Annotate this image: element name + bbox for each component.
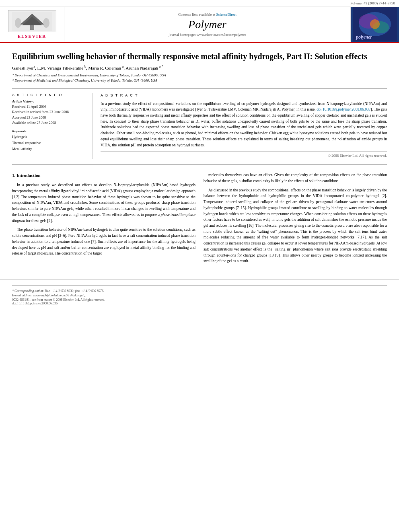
main-content: Equilibrium swelling behavior of thermal… — [0, 43, 399, 275]
corresponding-author: * Corresponding author. Tel.: +1 419 530… — [12, 289, 387, 293]
article-number-bar: Polymer 49 (2008) 3744–3750 — [0, 0, 399, 7]
keywords-list: Hydrogels Thermal responsive Metal affin… — [12, 134, 86, 152]
affiliations: ᵃ Department of Chemical and Environment… — [12, 73, 387, 84]
affiliation-a: ᵃ Department of Chemical and Environment… — [12, 73, 387, 78]
article-title: Equilibrium swelling behavior of thermal… — [12, 51, 387, 62]
body-two-col: 1. Introduction In a previous study we d… — [12, 172, 387, 267]
intro-para-1: In a previous study we described our eff… — [12, 182, 195, 224]
article-history: Article history: Received 11 April 2008 … — [12, 99, 86, 126]
intro-heading: 1. Introduction — [12, 172, 195, 179]
email-line: E-mail address: nadarajah@utoledo.edu (A… — [12, 294, 387, 297]
volume-issue: Polymer 49 (2008) 3744–3750 — [350, 1, 395, 5]
journal-name: Polymer — [188, 18, 226, 31]
contents-line: Contents lists available at ScienceDirec… — [178, 12, 237, 16]
authors-line: Ganesh Iyera, L.M. Viranga Tillekeratne … — [12, 65, 387, 70]
right-para-2: As discussed in the previous study the c… — [204, 187, 387, 264]
copyright-line: © 2008 Elsevier Ltd. All rights reserved… — [101, 151, 387, 159]
sciencedirect-link[interactable]: ScienceDirect — [216, 12, 237, 16]
right-para-1: molecules themselves can have an effect.… — [204, 172, 387, 184]
svg-point-4 — [15, 18, 21, 28]
article-info-abstract: A R T I C L E I N F O Article history: R… — [12, 93, 387, 159]
received-revised-date: Received in revised form 23 June 2008 — [12, 109, 86, 115]
elsevier-image — [8, 10, 56, 32]
footer-issn: 0032-3861/$ – see front matter © 2008 El… — [12, 298, 387, 302]
homepage-line: journal homepage: www.elsevier.com/locat… — [169, 33, 246, 37]
affiliation-b: ᵇ Department of Medicinal and Biological… — [12, 78, 387, 84]
journal-title-block: Contents lists available at ScienceDirec… — [64, 7, 351, 42]
svg-text:polymer: polymer — [356, 34, 372, 40]
received-date: Received 11 April 2008 — [12, 104, 86, 110]
keyword-3: Metal affinity — [12, 146, 86, 152]
polymer-image-block: polymer — [351, 7, 399, 42]
elsevier-logo-block: ELSEVIER — [0, 7, 64, 42]
article-info-col: A R T I C L E I N F O Article history: R… — [12, 93, 93, 159]
intro-para-2: The phase transition behavior of NIPAAm-… — [12, 227, 195, 257]
keywords-group: Keywords: Hydrogels Thermal responsive M… — [12, 129, 86, 152]
article-info-label: A R T I C L E I N F O — [12, 93, 86, 97]
available-date: Available online 27 June 2008 — [12, 120, 86, 126]
divider-1 — [12, 88, 387, 89]
journal-header-band: ELSEVIER Contents lists available at Sci… — [0, 7, 399, 43]
abstract-col: A B S T R A C T In a previous study the … — [101, 93, 387, 159]
abstract-label: A B S T R A C T — [101, 93, 387, 99]
elsevier-label: ELSEVIER — [8, 34, 56, 39]
introduction-section: 1. Introduction In a previous study we d… — [12, 172, 387, 267]
footer-doi: doi:10.1016/j.polymer.2008.06.036 — [12, 302, 387, 305]
history-label: Article history: — [12, 99, 86, 103]
footer-divider — [12, 286, 387, 286]
footer-section: * Corresponding author. Tel.: +1 419 530… — [0, 279, 399, 308]
keywords-label: Keywords: — [12, 129, 86, 133]
svg-point-10 — [370, 19, 380, 29]
abstract-text: In a previous study the effect of compos… — [101, 101, 387, 148]
divider-2 — [12, 164, 387, 165]
svg-point-5 — [43, 18, 49, 28]
body-right-col: molecules themselves can have an effect.… — [204, 172, 387, 267]
body-left-col: 1. Introduction In a previous study we d… — [12, 172, 195, 267]
keyword-2: Thermal responsive — [12, 140, 86, 146]
abstract-doi-link[interactable]: doi:10.1016/j.polymer.2008.06.037 — [317, 107, 370, 111]
accepted-date: Accepted 23 June 2008 — [12, 115, 86, 121]
keyword-1: Hydrogels — [12, 134, 86, 140]
